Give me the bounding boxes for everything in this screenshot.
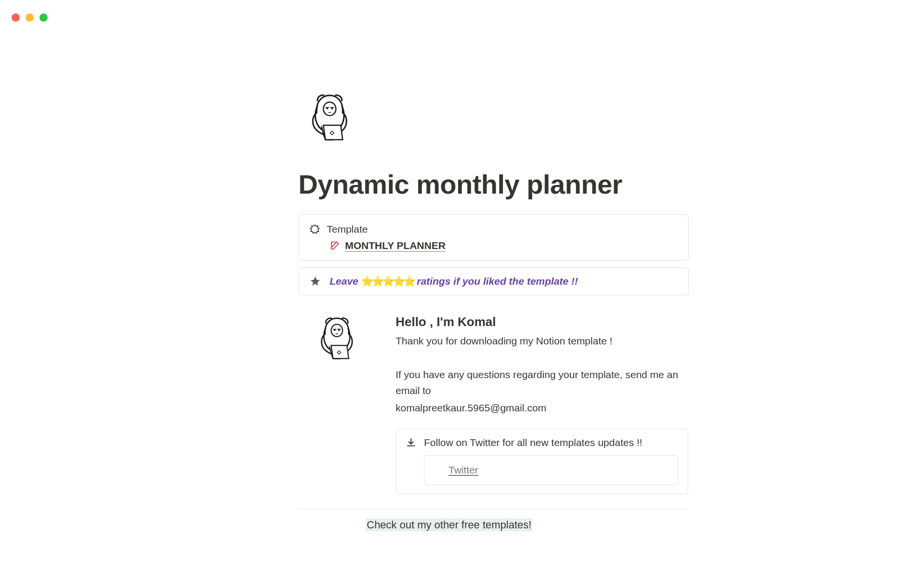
template-link-label: MONTHLY PLANNER	[345, 240, 446, 251]
rating-text: Leave ⭐⭐⭐⭐⭐ ratings if you liked the tem…	[330, 276, 578, 287]
rating-callout: Leave ⭐⭐⭐⭐⭐ ratings if you liked the tem…	[298, 267, 689, 295]
divider	[298, 509, 689, 509]
footer-wrapper: Check out my other free templates!	[298, 519, 693, 531]
template-callout: Template MONTHLY PLANNER	[298, 214, 689, 261]
page-container: Dynamic monthly planner Template MONTHLY…	[231, 0, 693, 531]
author-section: Hello , I'm Komal Thank you for download…	[313, 315, 693, 494]
edit-icon	[330, 240, 340, 251]
download-icon	[406, 437, 416, 448]
close-window-dot[interactable]	[12, 13, 20, 22]
rating-suffix: ratings if you liked the template !!	[414, 276, 578, 287]
star-icon	[309, 276, 321, 287]
page-icon	[303, 92, 693, 149]
follow-header: Follow on Twitter for all new templates …	[406, 437, 678, 448]
author-contact-email: komalpreetkaur.5965@gmail.com	[396, 400, 688, 416]
author-content: Hello , I'm Komal Thank you for download…	[396, 315, 693, 494]
badge-icon	[309, 224, 320, 235]
page-title: Dynamic monthly planner	[298, 169, 693, 200]
footer-link[interactable]: Check out my other free templates!	[366, 518, 532, 531]
minimize-window-dot[interactable]	[26, 13, 34, 22]
twitter-box[interactable]: Twitter	[424, 455, 678, 485]
template-link[interactable]: MONTHLY PLANNER	[330, 240, 678, 251]
author-contact-line: If you have any questions regarding your…	[396, 367, 688, 398]
rating-prefix: Leave	[330, 276, 361, 287]
rating-stars: ⭐⭐⭐⭐⭐	[361, 276, 414, 287]
twitter-link[interactable]: Twitter	[449, 464, 478, 475]
template-label: Template	[327, 223, 368, 235]
window-controls	[12, 13, 48, 22]
template-header: Template	[309, 223, 678, 235]
follow-callout: Follow on Twitter for all new templates …	[396, 429, 688, 494]
maximize-window-dot[interactable]	[39, 13, 48, 22]
author-thanks: Thank you for downloading my Notion temp…	[396, 335, 688, 347]
person-laptop-icon	[313, 315, 361, 368]
author-heading: Hello , I'm Komal	[396, 315, 688, 329]
follow-header-text: Follow on Twitter for all new templates …	[424, 437, 642, 448]
person-laptop-icon	[303, 92, 356, 149]
author-avatar	[313, 315, 361, 494]
